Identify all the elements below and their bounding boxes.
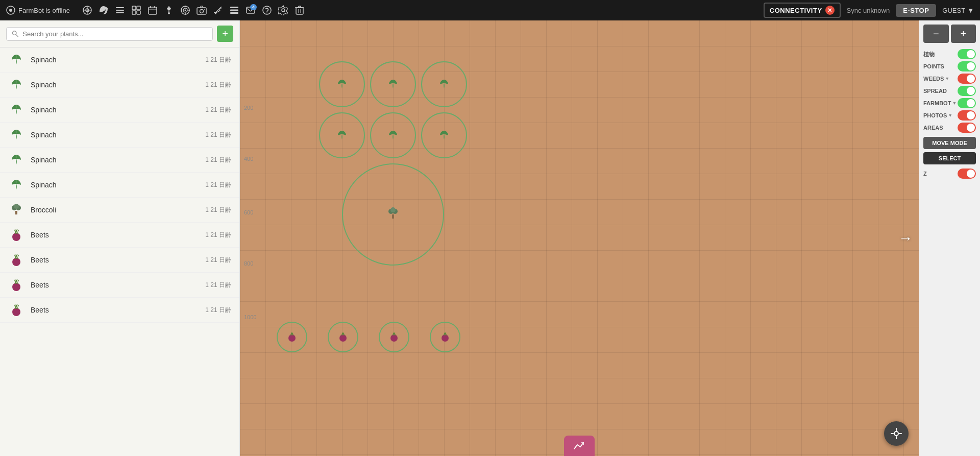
beet-icon bbox=[9, 253, 23, 267]
bottom-tab[interactable] bbox=[564, 436, 595, 456]
toggle-row-spread: SPREAD bbox=[923, 85, 976, 97]
move-mode-float-button[interactable] bbox=[884, 421, 909, 446]
camera-nav-icon[interactable] bbox=[194, 3, 209, 17]
list-item[interactable]: Spinach 1 21 日齢 bbox=[0, 173, 239, 198]
plants-nav-icon[interactable] bbox=[80, 3, 94, 17]
leaf-nav-icon[interactable] bbox=[96, 3, 111, 17]
select-button[interactable]: SELECT bbox=[923, 152, 976, 164]
plant-beet-3[interactable] bbox=[388, 331, 400, 343]
plant-icon-0 bbox=[8, 52, 24, 68]
sidebar-search: + bbox=[0, 20, 239, 47]
dropdown-arrow-icon: ▼ bbox=[945, 76, 949, 81]
sequence-nav-icon[interactable] bbox=[227, 3, 241, 17]
table-nav-icon[interactable] bbox=[129, 3, 143, 17]
spinach-icon bbox=[9, 78, 23, 92]
add-plant-button[interactable]: + bbox=[217, 26, 233, 42]
search-input[interactable] bbox=[22, 30, 207, 38]
plant-spinach-4[interactable] bbox=[336, 129, 348, 141]
plant-spinach-6[interactable] bbox=[438, 129, 450, 141]
plant-list: Spinach 1 21 日齢 Spinach 1 21 日齢 Spinach … bbox=[0, 47, 239, 456]
plant-beet-1[interactable] bbox=[286, 331, 298, 343]
toggle-row-areas: AREAS bbox=[923, 122, 976, 134]
toggle-label-5: PHOTOS ▼ bbox=[923, 112, 952, 118]
trash-icon bbox=[295, 5, 305, 15]
toggle-photos[interactable] bbox=[958, 110, 976, 121]
list-nav-icon[interactable] bbox=[113, 3, 127, 17]
map-navigate-arrow[interactable]: → bbox=[898, 230, 913, 247]
toggle-farmbot[interactable] bbox=[958, 98, 976, 108]
toggle-label-0: 植物 bbox=[923, 51, 935, 58]
list-item[interactable]: Beets 1 21 日齢 bbox=[0, 248, 239, 273]
list-item[interactable]: Spinach 1 21 日齢 bbox=[0, 47, 239, 73]
message-badge: 4 bbox=[250, 4, 257, 10]
target-nav-icon[interactable] bbox=[178, 3, 192, 17]
search-icon bbox=[12, 30, 18, 37]
toggle-areas[interactable] bbox=[958, 123, 976, 133]
connectivity-button[interactable]: CONNECTIVITY ✕ bbox=[764, 3, 841, 18]
svg-point-47 bbox=[14, 204, 19, 209]
spinach-icon bbox=[9, 178, 23, 192]
topbar: FarmBot is offline bbox=[0, 0, 980, 20]
plant-date-8: 1 21 日齢 bbox=[205, 256, 231, 265]
settings-nav-icon[interactable] bbox=[276, 3, 290, 17]
list-item[interactable]: Spinach 1 21 日齢 bbox=[0, 123, 239, 148]
calendar-icon bbox=[148, 5, 158, 15]
svg-point-18 bbox=[168, 12, 170, 14]
map-label-400: 400 bbox=[244, 156, 253, 162]
list-item[interactable]: Spinach 1 21 日齢 bbox=[0, 148, 239, 173]
plant-name-0: Spinach bbox=[31, 56, 199, 64]
move-mode-button[interactable]: MOVE MODE bbox=[923, 137, 976, 149]
svg-rect-36 bbox=[296, 8, 303, 14]
zoom-out-button[interactable]: − bbox=[923, 25, 949, 43]
zoom-in-button[interactable]: + bbox=[951, 25, 976, 43]
zoom-minus-icon: − bbox=[933, 28, 939, 40]
list-item[interactable]: Beets 1 21 日齢 bbox=[0, 298, 239, 323]
guest-arrow-icon: ▼ bbox=[967, 7, 974, 14]
calendar-nav-icon[interactable] bbox=[145, 3, 160, 17]
plant-beet-2[interactable] bbox=[337, 331, 349, 343]
toggle-points[interactable] bbox=[958, 61, 976, 71]
tools-nav-icon[interactable] bbox=[211, 3, 225, 17]
list-item[interactable]: Spinach 1 21 日齢 bbox=[0, 98, 239, 123]
svg-rect-30 bbox=[230, 10, 238, 11]
pin-nav-icon[interactable] bbox=[162, 3, 176, 17]
help-nav-icon[interactable] bbox=[260, 3, 274, 17]
map-area[interactable]: 200 400 600 800 1000 bbox=[240, 20, 919, 456]
trash-nav-icon[interactable] bbox=[292, 3, 307, 17]
svg-rect-29 bbox=[230, 7, 238, 8]
plant-spinach-5[interactable] bbox=[387, 129, 399, 141]
z-toggle[interactable] bbox=[958, 169, 976, 179]
toggle-label-4: FARMBOT ▼ bbox=[923, 100, 957, 106]
list-item[interactable]: Beets 1 21 日齢 bbox=[0, 223, 239, 248]
plant-date-10: 1 21 日齢 bbox=[205, 306, 231, 315]
main-layout: + Spinach 1 21 日齢 Spinach 1 21 日齢 Spinac… bbox=[0, 20, 980, 456]
svg-rect-10 bbox=[137, 6, 140, 10]
plant-spinach-2[interactable] bbox=[387, 78, 399, 90]
svg-point-49 bbox=[12, 233, 20, 241]
plant-spinach-3[interactable] bbox=[438, 78, 450, 90]
search-box[interactable] bbox=[6, 27, 213, 41]
guest-label: GUEST bbox=[942, 7, 965, 14]
toggle-spread[interactable] bbox=[958, 86, 976, 96]
plant-date-9: 1 21 日齢 bbox=[205, 281, 231, 290]
toggle-植物[interactable] bbox=[958, 49, 976, 59]
plant-date-4: 1 21 日齢 bbox=[205, 156, 231, 164]
list-item[interactable]: Broccoli 1 21 日齢 bbox=[0, 198, 239, 223]
estop-button[interactable]: E-STOP bbox=[896, 4, 936, 17]
plant-broccoli-1[interactable] bbox=[386, 207, 400, 222]
plant-name-2: Spinach bbox=[31, 106, 199, 114]
plants-icon bbox=[82, 5, 92, 15]
plant-name-8: Beets bbox=[31, 256, 199, 264]
plant-beet-4[interactable] bbox=[439, 331, 451, 343]
list-item[interactable]: Spinach 1 21 日齢 bbox=[0, 73, 239, 98]
list-item[interactable]: Beets 1 21 日齢 bbox=[0, 273, 239, 298]
toggle-weeds[interactable] bbox=[958, 74, 976, 84]
guest-button[interactable]: GUEST ▼ bbox=[942, 7, 974, 14]
plant-name-9: Beets bbox=[31, 281, 199, 289]
tools-icon bbox=[213, 5, 223, 15]
beet-icon bbox=[9, 228, 23, 242]
svg-rect-11 bbox=[132, 11, 136, 14]
list-icon bbox=[115, 5, 125, 15]
messages-nav-icon[interactable]: 4 bbox=[243, 3, 258, 17]
plant-spinach-1[interactable] bbox=[336, 78, 348, 90]
